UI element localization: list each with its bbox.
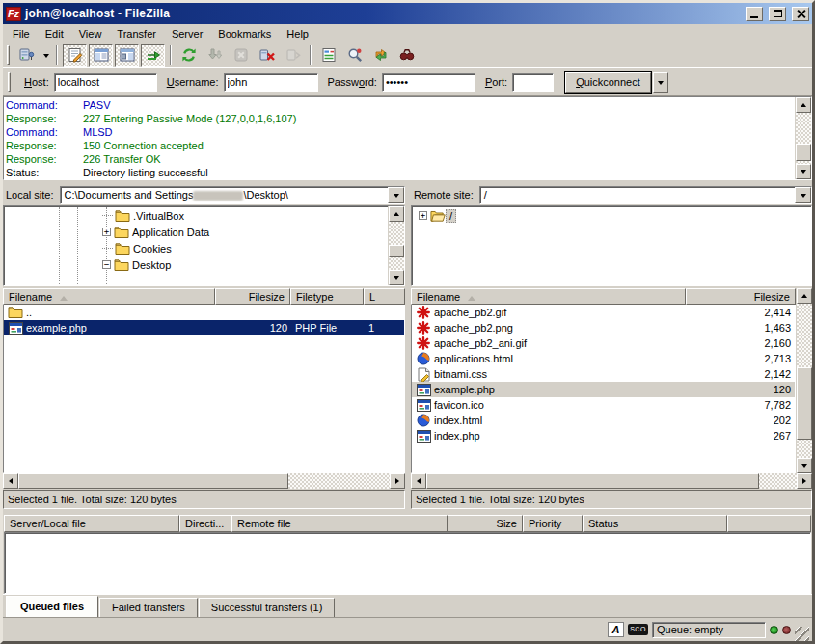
column-header-l[interactable]: L [364,288,405,305]
local-site-dropdown-button[interactable] [388,187,404,203]
remote-list-scrollbar[interactable] [796,288,812,473]
disconnect-button[interactable] [255,44,279,67]
queue-column-remote-file[interactable]: Remote file [231,515,448,532]
process-queue-button[interactable] [203,44,227,67]
scrollbar-thumb[interactable] [797,367,812,440]
toggle-local-tree-button[interactable] [89,44,113,67]
cancel-button[interactable] [229,44,253,67]
local-tree-item[interactable]: +Application Data [5,224,387,240]
tab-successful-transfers-[interactable]: Successful transfers (1) [199,598,336,618]
file-row[interactable]: index.php267 [412,428,795,443]
scroll-up-button[interactable] [796,97,811,113]
tab-failed-transfers[interactable]: Failed transfers [99,598,198,618]
scroll-down-button[interactable] [797,458,812,473]
queue-column-directi-[interactable]: Directi... [179,515,231,532]
scrollbar-thumb[interactable] [796,144,811,161]
scrollbar-thumb[interactable] [18,473,288,489]
toggle-remote-tree-button[interactable] [115,44,139,67]
quickconnect-dropdown-button[interactable] [653,72,668,93]
transfer-queue-body[interactable] [4,532,811,594]
compare-button[interactable] [342,44,367,67]
scroll-left-button[interactable] [3,473,18,489]
local-tree-item[interactable]: −Desktop [5,256,387,273]
scroll-left-button[interactable] [411,473,426,489]
password-input[interactable] [382,73,475,92]
file-row[interactable]: apache_pb2_ani.gif2,160 [412,335,795,351]
sync-browse-button[interactable] [368,44,393,67]
remote-tree-item[interactable]: +/ [413,207,810,224]
chevron-down-icon [801,194,806,201]
file-row[interactable]: example.php120PHP File1 [4,320,404,335]
menu-transfer[interactable]: Transfer [109,26,164,41]
file-row[interactable]: applications.html2,713 [412,351,795,366]
site-manager-button[interactable] [14,44,39,67]
menu-server[interactable]: Server [164,26,210,41]
resize-grip[interactable] [795,627,809,641]
file-name-cell: applications.html [412,351,687,366]
file-row[interactable]: apache_pb2.gif2,414 [412,305,795,320]
scroll-up-button[interactable] [797,288,812,304]
log-scrollbar[interactable] [795,97,811,179]
file-row[interactable]: apache_pb2.png1,463 [412,320,795,335]
remote-site-dropdown-button[interactable] [795,187,811,203]
column-header-filename[interactable]: Filename [3,288,215,305]
scroll-right-button[interactable] [390,473,405,489]
file-row[interactable]: index.html202 [412,413,795,428]
folder-icon [115,208,130,224]
activity-led-red-icon [782,626,791,634]
queue-column-size[interactable]: Size [448,515,523,532]
menu-file[interactable]: File [5,26,38,41]
menu-bookmarks[interactable]: Bookmarks [210,26,279,41]
file-row[interactable]: example.php120 [412,382,795,397]
expand-plus-icon[interactable]: + [102,228,111,236]
refresh-button[interactable] [177,44,201,67]
minimize-button[interactable] [746,7,763,21]
file-row[interactable]: favicon.ico7,782 [412,397,795,413]
local-list-hscrollbar[interactable] [3,473,405,489]
port-input[interactable] [512,73,554,92]
ascii-datatype-icon[interactable]: A [608,622,624,637]
drag-grip[interactable] [7,45,10,65]
menu-view[interactable]: View [71,26,110,41]
quickconnect-button[interactable]: Quickconnect [565,72,651,93]
filter-button[interactable] [316,44,340,67]
column-header-filename[interactable]: Filename [411,288,686,305]
tab-queued-files[interactable]: Queued files [6,596,98,618]
local-tree-scrollbar[interactable] [388,206,404,285]
expand-plus-icon[interactable]: + [419,211,427,220]
toggle-log-button[interactable] [63,44,87,67]
username-input[interactable] [224,73,318,92]
scroll-down-button[interactable] [389,270,404,285]
broken-image-icon [416,320,431,335]
toggle-queue-button[interactable] [141,44,165,67]
menu-edit[interactable]: Edit [38,26,71,41]
column-header-filetype[interactable]: Filetype [290,288,364,305]
site-manager-dropdown-button[interactable] [40,44,52,67]
menu-help[interactable]: Help [279,26,316,41]
queue-column-status[interactable]: Status [583,515,727,532]
scrollbar-thumb[interactable] [389,245,404,257]
scrollbar-thumb[interactable] [426,473,759,489]
file-row[interactable]: .. [4,305,404,320]
scroll-down-button[interactable] [796,164,811,179]
remote-list-hscrollbar[interactable] [411,473,812,489]
find-button[interactable] [394,44,419,67]
drag-grip[interactable] [8,72,11,92]
file-row[interactable]: bitnami.css2,142 [412,366,795,382]
local-tree-item[interactable]: .VirtualBox [5,207,387,224]
speed-limit-icon[interactable]: SCO [628,624,648,635]
column-header-filesize[interactable]: Filesize [686,288,796,305]
local-site-combobox[interactable]: C:\Documents and Settings\Desktop\ [60,186,405,204]
maximize-button[interactable] [769,7,786,21]
remote-site-combobox[interactable]: / [479,186,812,204]
host-input[interactable] [54,73,157,92]
scroll-up-button[interactable] [389,206,404,222]
reconnect-button[interactable] [281,44,305,67]
collapse-minus-icon[interactable]: − [102,260,111,269]
queue-column-server-local-file[interactable]: Server/Local file [4,515,179,532]
local-tree-item[interactable]: Cookies [5,240,387,256]
scroll-right-button[interactable] [797,473,812,489]
queue-column-priority[interactable]: Priority [523,515,583,532]
close-button[interactable] [792,7,809,21]
column-header-filesize[interactable]: Filesize [215,288,290,305]
